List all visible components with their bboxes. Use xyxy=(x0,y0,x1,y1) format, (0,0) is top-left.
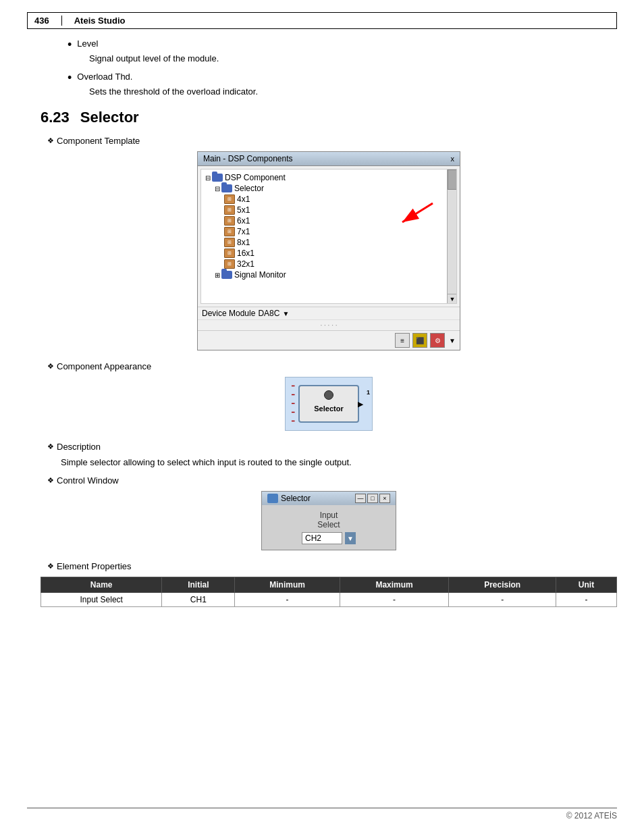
toolbar-list-btn[interactable]: ≡ xyxy=(395,333,410,348)
tree-label-32x1: 32x1 xyxy=(237,259,254,269)
pin-5: ━ xyxy=(292,419,294,424)
comp-icon-32x1: ⊞ xyxy=(224,259,235,269)
table-cell-0-2: - xyxy=(235,593,340,607)
page-title-header: Ateis Studio xyxy=(74,16,126,26)
subsection-description: Description xyxy=(47,442,617,452)
toolbar-eq-btn[interactable]: ⬛ xyxy=(412,333,427,348)
table-cell-0-3: - xyxy=(340,593,449,607)
dsp-component-icon xyxy=(212,174,223,182)
comp-icon-8x1: ⊞ xyxy=(224,238,235,247)
comp-icon-7x1: ⊞ xyxy=(224,227,235,236)
selector-folder-icon xyxy=(221,184,232,192)
subsection-element-properties: Element Properties xyxy=(47,561,617,571)
selector-component-visual: ━ ━ ━ ━ ━ 1 Selector ▶ xyxy=(298,385,359,423)
selector-knob xyxy=(324,390,333,400)
dsp-device-row: Device Module DA8C ▼ xyxy=(198,307,460,319)
dsp-device-label: Device Module xyxy=(202,309,255,318)
tree-label-7x1: 7x1 xyxy=(237,227,250,236)
tree-label-4x1: 4x1 xyxy=(237,194,250,204)
page-number: 436 xyxy=(34,16,62,26)
tree-item-4x1[interactable]: ⊞ 4x1 xyxy=(224,194,452,205)
toolbar-settings-btn[interactable]: ⚙ xyxy=(430,333,445,348)
tree-item-dsp-component: ⊟ DSP Component xyxy=(205,172,452,183)
input-label: Input xyxy=(320,511,338,520)
copyright: © 2012 ATEİS xyxy=(566,811,617,820)
bullet-label-level: Level xyxy=(77,38,98,49)
scroll-down-btn[interactable]: ▼ xyxy=(448,294,457,303)
dsp-titlebar: Main - DSP Components x xyxy=(198,152,460,166)
selector-output-label: 1 xyxy=(367,389,370,396)
tree-label-8x1: 8x1 xyxy=(237,238,250,247)
tree-item-selector: ⊟ Selector xyxy=(215,183,452,194)
col-header-minimum: Minimum xyxy=(235,577,340,593)
main-content: • Level Signal output level of the modul… xyxy=(41,38,617,607)
tree-label-16x1: 16x1 xyxy=(237,249,254,258)
close-btn[interactable]: × xyxy=(379,494,390,503)
col-header-initial: Initial xyxy=(162,577,235,593)
col-header-maximum: Maximum xyxy=(340,577,449,593)
pin-2: ━ xyxy=(292,392,294,398)
tree-label-selector: Selector xyxy=(234,184,264,193)
table-cell-0-0: Input Select xyxy=(41,593,162,607)
control-dropdown[interactable]: CH2 xyxy=(302,532,342,544)
dropdown-indicator[interactable]: ▼ xyxy=(282,310,289,317)
tree-item-signal-monitor: ⊞ Signal Monitor xyxy=(215,269,452,280)
control-titlebar: Selector — □ × xyxy=(262,492,396,505)
tree-item-6x1[interactable]: ⊞ 6x1 xyxy=(224,215,452,226)
tree-item-7x1[interactable]: ⊞ 7x1 xyxy=(224,226,452,237)
signal-monitor-icon xyxy=(221,271,232,279)
dropdown-arrow[interactable]: ▼ xyxy=(345,532,356,544)
subsection-component-template: Component Template xyxy=(47,136,617,146)
subsection-component-appearance: Component Appearance xyxy=(47,361,617,371)
page-footer: © 2012 ATEİS xyxy=(27,808,617,820)
section-number: 6.23 xyxy=(41,109,70,126)
control-window: Selector — □ × Input Select CH2 ▼ xyxy=(261,491,396,550)
dsp-tree: ⊟ DSP Component ⊟ Selector ⊞ 4x1 ⊞ xyxy=(201,170,456,283)
subsection-control-window: Control Window xyxy=(47,475,617,486)
tree-label-5x1: 5x1 xyxy=(237,205,250,215)
bullet-item-level: • Level xyxy=(68,38,617,51)
table-cell-0-4: - xyxy=(449,593,556,607)
dsp-window: Main - DSP Components x ⊟ DSP Component … xyxy=(197,151,460,350)
control-dropdown-row: CH2 ▼ xyxy=(302,532,356,544)
output-pin-arrow: ▶ xyxy=(358,400,363,408)
bullet-label-overload: Overload Thd. xyxy=(77,72,132,82)
minimize-btn[interactable]: — xyxy=(355,494,366,503)
bullet-dot-2: • xyxy=(68,72,72,84)
control-titlebar-btns: — □ × xyxy=(355,494,390,503)
bullet-section: • Level Signal output level of the modul… xyxy=(68,38,617,97)
section-heading: 6.23 Selector xyxy=(41,109,617,126)
dsp-titlebar-title: Main - DSP Components xyxy=(203,154,293,163)
dsp-scrollbar[interactable]: ▼ xyxy=(447,170,456,303)
component-appearance-box: ━ ━ ━ ━ ━ 1 Selector ▶ xyxy=(285,377,373,431)
dsp-device-value: DA8C xyxy=(258,309,279,318)
toolbar-dropdown[interactable]: ▼ xyxy=(449,337,456,344)
page-header: 436 Ateis Studio xyxy=(27,12,617,29)
comp-icon-5x1: ⊞ xyxy=(224,205,235,215)
control-input-label: Input Select xyxy=(317,511,340,529)
scrollbar-thumb xyxy=(448,170,457,190)
comp-icon-16x1: ⊞ xyxy=(224,249,235,258)
restore-btn[interactable]: □ xyxy=(367,494,378,503)
bullet-item-overload: • Overload Thd. xyxy=(68,72,617,84)
tree-label-signal-monitor: Signal Monitor xyxy=(234,270,286,280)
tree-item-32x1[interactable]: ⊞ 32x1 xyxy=(224,259,452,269)
comp-icon-4x1: ⊞ xyxy=(224,194,235,204)
properties-table: Name Initial Minimum Maximum Precision U… xyxy=(41,577,617,607)
section-title: Selector xyxy=(80,109,139,126)
description-text: Simple selector allowing to select which… xyxy=(61,457,617,467)
pin-1: ━ xyxy=(292,384,294,389)
table-row: Input SelectCH1---- xyxy=(41,593,617,607)
control-titlebar-left: Selector xyxy=(267,494,311,503)
dsp-tree-container: ⊟ DSP Component ⊟ Selector ⊞ 4x1 ⊞ xyxy=(200,169,457,304)
bullet-dot: • xyxy=(68,38,72,51)
col-header-unit: Unit xyxy=(556,577,616,593)
tree-item-16x1[interactable]: ⊞ 16x1 xyxy=(224,248,452,259)
bullet-desc-level: Signal output level of the module. xyxy=(89,53,617,63)
dsp-toolbar: ≡ ⬛ ⚙ ▼ xyxy=(198,330,460,350)
dsp-close-btn[interactable]: x xyxy=(451,155,455,163)
tree-item-8x1[interactable]: ⊞ 8x1 xyxy=(224,237,452,248)
selector-left-pins: ━ ━ ━ ━ ━ xyxy=(292,384,294,424)
tree-item-5x1[interactable]: ⊞ 5x1 xyxy=(224,205,452,215)
tree-label-dsp-component: DSP Component xyxy=(225,173,286,182)
